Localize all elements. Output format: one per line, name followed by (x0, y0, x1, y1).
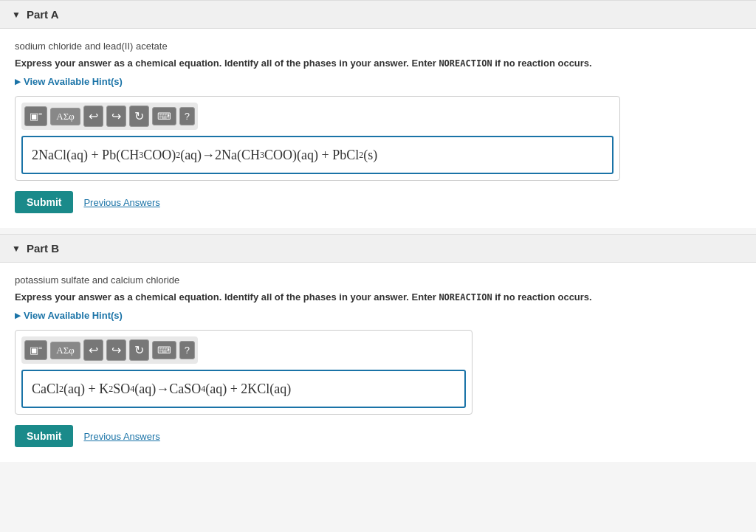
part-a-redo-btn[interactable]: ↪ (106, 106, 126, 127)
part-a-header[interactable]: ▼ Part A (0, 0, 756, 29)
part-a-submit-button[interactable]: Submit (15, 191, 73, 213)
part-b-hint-arrow: ▶ (15, 311, 21, 319)
part-a-instruction-strong: Express your answer as a chemical equati… (15, 58, 592, 69)
part-a-symbol-btn[interactable]: ΑΣφ (50, 108, 80, 125)
part-b-prev-answers-link[interactable]: Previous Answers (83, 431, 159, 442)
part-b-symbol-btn[interactable]: ΑΣφ (50, 342, 80, 359)
part-b-refresh-btn[interactable]: ↻ (129, 339, 149, 361)
part-b-hint-link[interactable]: ▶ View Available Hint(s) (15, 310, 741, 321)
part-b-submit-button[interactable]: Submit (15, 425, 73, 447)
part-a-keyboard-btn[interactable]: ⌨ (152, 107, 176, 125)
part-a-section: ▼ Part A sodium chloride and lead(II) ac… (0, 0, 756, 228)
part-a-equation-input[interactable]: 2NaCl(aq) + Pb(CH3 COO)2 (aq)→2Na(CH3 CO… (21, 136, 614, 174)
part-b-instruction-strong: Express your answer as a chemical equati… (15, 291, 592, 303)
part-a-instruction: Express your answer as a chemical equati… (15, 58, 741, 69)
part-a-action-row: Submit Previous Answers (15, 191, 741, 213)
part-b-instruction: Express your answer as a chemical equati… (15, 291, 741, 303)
part-a-help-btn[interactable]: ? (179, 107, 195, 125)
part-a-hint-arrow: ▶ (15, 77, 21, 86)
part-a-prev-answers-link[interactable]: Previous Answers (83, 197, 159, 208)
part-b-label: Part B (27, 242, 59, 255)
part-a-undo-btn[interactable]: ↩ (83, 106, 103, 127)
part-b-keyboard-btn[interactable]: ⌨ (152, 341, 176, 359)
part-a-toolbar: ▣= ΑΣφ ↩ ↪ ↻ ⌨ ? (21, 103, 198, 130)
part-a-body: sodium chloride and lead(II) acetate Exp… (0, 29, 756, 228)
part-b-body: potassium sulfate and calcium chloride E… (0, 263, 756, 462)
part-b-help-btn[interactable]: ? (179, 341, 195, 359)
part-b-undo-btn[interactable]: ↩ (83, 339, 103, 361)
part-a-equation-box: ▣= ΑΣφ ↩ ↪ ↻ ⌨ ? (15, 96, 620, 181)
part-a-subtitle: sodium chloride and lead(II) acetate (15, 41, 741, 52)
part-b-equation-box: ▣= ΑΣφ ↩ ↪ ↻ ⌨ ? (15, 330, 472, 415)
part-b-header[interactable]: ▼ Part B (0, 234, 756, 263)
part-b-equation-input[interactable]: CaCl2 (aq) + K2 SO4 (aq)→CaSO4 (aq) + 2K… (21, 370, 466, 408)
part-b-toolbar: ▣= ΑΣφ ↩ ↪ ↻ ⌨ ? (21, 336, 198, 364)
part-a-refresh-btn[interactable]: ↻ (129, 106, 149, 127)
part-b-matrix-btn[interactable]: ▣= (24, 340, 47, 359)
part-a-label: Part A (27, 8, 59, 21)
part-a-hint-link[interactable]: ▶ View Available Hint(s) (15, 76, 741, 87)
part-a-chevron[interactable]: ▼ (12, 10, 21, 20)
part-b-section: ▼ Part B potassium sulfate and calcium c… (0, 234, 756, 462)
part-b-action-row: Submit Previous Answers (15, 425, 741, 447)
part-b-redo-btn[interactable]: ↪ (106, 339, 126, 361)
part-b-subtitle: potassium sulfate and calcium chloride (15, 274, 741, 286)
part-a-matrix-btn[interactable]: ▣= (24, 106, 47, 125)
part-b-chevron[interactable]: ▼ (12, 243, 21, 254)
